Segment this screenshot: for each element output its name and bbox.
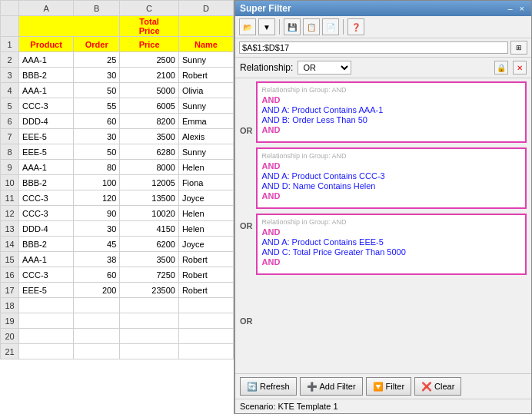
filter-line-0-1[interactable]: AND A: Product Contains AAA-1 [262, 105, 521, 114]
filter-button[interactable]: 🔽 Filter [366, 377, 411, 396]
group-rel-label-2: Relationship in Group: AND [262, 218, 521, 226]
product-header: Product [19, 37, 74, 52]
refresh-label: Refresh [260, 382, 290, 391]
panel-titlebar: Super Filter – × [235, 1, 531, 16]
open-icon: 📂 [243, 23, 252, 31]
refresh-button[interactable]: 🔄 Refresh [240, 377, 297, 396]
range-select-button[interactable]: ⊞ [510, 41, 527, 55]
table-row[interactable]: 3BBB-2302100Robert [1, 68, 234, 83]
lock-icon[interactable]: 🔒 [494, 61, 508, 75]
filter-line-0-2[interactable]: AND B: Order Less Than 50 [262, 115, 521, 124]
close-button[interactable]: × [517, 3, 527, 14]
filter-groups-area: OROROR Relationship in Group: ANDANDAND … [235, 78, 531, 373]
table-row[interactable]: 8EEE-5506280Sunny [1, 144, 234, 160]
spreadsheet: A B C D TotalPrice 1 Product Order Price… [0, 0, 234, 414]
table-row[interactable]: 15AAA-1383500Robert [1, 252, 234, 267]
refresh-icon: 🔄 [247, 382, 258, 392]
table-row[interactable]: 18 [1, 298, 234, 313]
dropdown-icon: ▼ [263, 23, 271, 31]
filter-line-1-1[interactable]: AND A: Product Contains CCC-3 [262, 171, 521, 181]
row-num-label: 1 [1, 37, 19, 52]
or-label-0: OR [240, 96, 253, 165]
filter-label: Filter [386, 382, 404, 391]
super-filter-panel: Super Filter – × 📂 ▼ 💾 📋 📄 ❓ ⊞ [234, 0, 532, 414]
table-row[interactable]: 10BBB-210012005Fiona [1, 175, 234, 190]
col-header-row [1, 1, 19, 16]
table-row[interactable]: 13DDD-4304150Helen [1, 221, 234, 237]
toolbar-separator-1 [279, 19, 280, 35]
scenario-text: Scenario: KTE Template 1 [240, 402, 338, 411]
paste-button[interactable]: 📄 [322, 18, 339, 35]
filter-line-1-2[interactable]: AND D: Name Contains Helen [262, 181, 521, 190]
filter-group-1: Relationship in Group: ANDANDAND A: Prod… [256, 147, 527, 209]
clear-icon: ❌ [421, 382, 432, 392]
col-header-c[interactable]: C [120, 1, 179, 16]
panel-relationship: Relationship: OR AND 🔒 ✕ [235, 58, 531, 78]
help-button[interactable]: ❓ [347, 18, 364, 35]
add-filter-button[interactable]: ➕ Add Filter [300, 377, 363, 396]
col-header-b[interactable]: B [74, 1, 120, 16]
table-row[interactable]: 16CCC-3607250Robert [1, 267, 234, 283]
relationship-select[interactable]: OR AND [298, 61, 351, 75]
total-price-header: TotalPrice [120, 16, 179, 37]
save-button[interactable]: 💾 [284, 18, 301, 35]
panel-range: ⊞ [235, 38, 531, 58]
clear-button[interactable]: ❌ Clear [414, 377, 461, 396]
paste-icon: 📄 [326, 23, 335, 31]
table-row[interactable]: 2AAA-1252500Sunny [1, 52, 234, 68]
open-button[interactable]: 📂 [239, 18, 256, 35]
filter-line-1-3[interactable]: AND [262, 191, 521, 200]
or-label-1: OR [240, 191, 253, 260]
group-rel-label-1: Relationship in Group: AND [262, 152, 521, 160]
copy-button[interactable]: 📋 [303, 18, 320, 35]
table-row[interactable]: 5CCC-3556005Sunny [1, 98, 234, 114]
table-row[interactable]: 9AAA-1808000Helen [1, 160, 234, 175]
filter-icon: 🔽 [373, 382, 384, 392]
or-label-2: OR [240, 286, 253, 356]
price-header: Price [120, 37, 179, 52]
table-row[interactable]: 11CCC-312013500Joyce [1, 190, 234, 206]
row-num-1 [1, 16, 19, 37]
filter-line-2-0[interactable]: AND [262, 227, 521, 237]
table-row[interactable]: 4AAA-1505000Olivia [1, 83, 234, 98]
relationship-label: Relationship: [240, 62, 293, 73]
table-row[interactable]: 14BBB-2456200Joyce [1, 237, 234, 252]
clear-label: Clear [434, 382, 454, 391]
table-row[interactable]: 19 [1, 313, 234, 329]
order-header: Order [74, 37, 120, 52]
filter-group-2: Relationship in Group: ANDANDAND A: Prod… [256, 214, 527, 275]
col-header-a[interactable]: A [19, 1, 74, 16]
copy-icon: 📋 [307, 23, 316, 31]
filter-line-1-0[interactable]: AND [262, 161, 521, 171]
table-row[interactable]: 12CCC-39010020Helen [1, 206, 234, 221]
dropdown-button[interactable]: ▼ [258, 18, 275, 35]
col-header-d[interactable]: D [178, 1, 233, 16]
group-rel-label-0: Relationship in Group: AND [262, 86, 521, 94]
titlebar-buttons: – × [505, 3, 527, 14]
table-row[interactable]: 17EEE-520023500Robert [1, 283, 234, 298]
delete-rel-icon[interactable]: ✕ [513, 61, 527, 75]
filter-group-0: Relationship in Group: ANDANDAND A: Prod… [256, 81, 527, 143]
filter-groups: Relationship in Group: ANDANDAND A: Prod… [256, 81, 527, 370]
panel-toolbar: 📂 ▼ 💾 📋 📄 ❓ [235, 16, 531, 38]
table-row[interactable]: 20 [1, 329, 234, 344]
table-row[interactable]: 6DDD-4608200Emma [1, 114, 234, 129]
filter-line-2-3[interactable]: AND [262, 257, 521, 267]
filter-line-2-1[interactable]: AND A: Product Contains EEE-5 [262, 237, 521, 247]
or-labels-column: OROROR [240, 81, 253, 370]
range-input[interactable] [239, 41, 508, 54]
filter-line-2-2[interactable]: AND C: Total Price Greater Than 5000 [262, 247, 521, 257]
minimize-button[interactable]: – [505, 3, 514, 14]
table-row[interactable]: 21 [1, 344, 234, 359]
panel-status: Scenario: KTE Template 1 [235, 399, 531, 413]
range-select-icon: ⊞ [516, 44, 522, 51]
filter-line-0-3[interactable]: AND [262, 125, 521, 134]
save-icon: 💾 [288, 23, 297, 31]
total-header-span [19, 16, 120, 37]
filter-line-0-0[interactable]: AND [262, 95, 521, 104]
table-row[interactable]: 7EEE-5303500Alexis [1, 129, 234, 144]
add-filter-icon: ➕ [307, 382, 318, 392]
panel-bottom-toolbar: 🔄 Refresh ➕ Add Filter 🔽 Filter ❌ Clear [235, 373, 531, 399]
name-header [178, 16, 233, 37]
add-filter-label: Add Filter [320, 382, 356, 391]
